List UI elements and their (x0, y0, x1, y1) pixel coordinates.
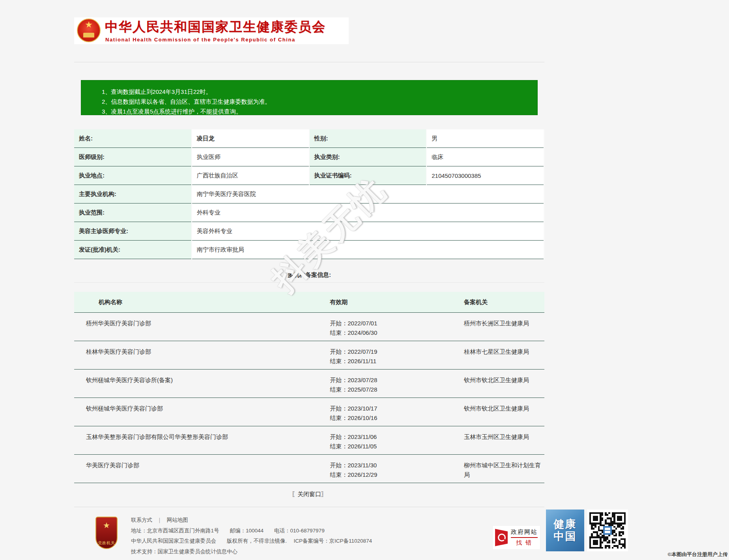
qr-code-image (589, 512, 626, 549)
record-authority: 梧州市长洲区卫生健康局 (454, 313, 544, 341)
site-header-banner: ★ 中华人民共和国国家卫生健康委员会 National Health Commi… (74, 17, 349, 44)
healthy-china-label: 健康 中国 (554, 518, 577, 543)
qr-code (587, 510, 628, 551)
badge-star-icon: ★ (96, 521, 117, 530)
validity-period: 开始：2023/11/30结束：2026/12/29 (320, 455, 454, 483)
error-report-line2: 找错 (511, 539, 538, 547)
footer-links-row: 联系方式 ｜ 网站地图 (131, 515, 372, 526)
column-header-authority: 备案机关 (454, 292, 544, 313)
doctor-info-row: 执业范围:外科专业 (74, 203, 544, 222)
footer-address-line: 地址：北京市西城区西直门外南路1号 邮编：100044 电话：010-68797… (131, 526, 372, 536)
institution-row: 玉林华美整形美容门诊部有限公司华美整形美容门诊部开始：2023/11/06结束：… (74, 426, 544, 455)
footer-divider (74, 507, 544, 507)
field-value: 美容外科专业 (192, 222, 544, 241)
field-label: 发证(批准)机关: (74, 241, 192, 259)
institution-name: 桂林华美医疗美容门诊部 (74, 341, 320, 370)
error-report-flag-icon (495, 529, 508, 546)
sitemap-link[interactable]: 网站地图 (167, 517, 188, 523)
field-label: 性别: (309, 129, 427, 148)
validity-period: 开始：2022/07/01结束：2024/06/30 (320, 313, 454, 341)
validity-start: 开始：2022/07/19 (330, 347, 453, 357)
validity-period: 开始：2023/11/06结束：2026/11/05 (320, 426, 454, 455)
query-notice-box: 1、查询数据截止到2024年3月31日22时。 2、信息数据结果以各省、自治区、… (81, 80, 538, 115)
column-header-institution-name: 机构名称 (74, 292, 320, 313)
footer-text-block: 联系方式 ｜ 网站地图 地址：北京市西城区西直门外南路1号 邮编：100044 … (131, 515, 372, 557)
institution-row: 钦州槎城华美医疗美容门诊部开始：2023/10/17结束：2026/10/16钦… (74, 398, 544, 426)
doctor-info-row: 医师级别:执业医师执业类别:临床 (74, 148, 544, 166)
column-header-validity: 有效期 (320, 292, 454, 313)
field-value: 外科专业 (192, 203, 544, 222)
doctor-info-row: 美容主诊医师专业:美容外科专业 (74, 222, 544, 241)
site-title-chinese: 中华人民共和国国家卫生健康委员会 (105, 18, 326, 36)
institution-name: 华美医疗美容门诊部 (74, 455, 320, 483)
emblem-star: ★ (78, 20, 100, 30)
field-value: 执业医师 (192, 148, 309, 166)
doctor-info-row: 执业地点:广西壮族自治区执业证书编码:210450703000385 (74, 166, 544, 185)
record-authority: 钦州市钦北区卫生健康局 (454, 398, 544, 426)
doctor-info-row: 姓名:凌日龙性别:男 (74, 129, 544, 148)
field-label: 美容主诊医师专业: (74, 222, 192, 241)
close-window-link[interactable]: 〖关闭窗口〗 (74, 491, 544, 498)
validity-start: 开始：2023/11/30 (330, 461, 453, 470)
field-label: 医师级别: (74, 148, 192, 166)
field-value: 广西壮族自治区 (192, 166, 309, 185)
field-value: 南宁华美医疗美容医院 (192, 185, 544, 203)
emblem-gate (83, 33, 94, 37)
record-authority: 钦州市钦北区卫生健康局 (454, 370, 544, 398)
error-report-text: 政府网站 找错 (511, 528, 538, 547)
field-label: 姓名: (74, 129, 192, 148)
footer-support-line: 技术支持：国家卫生健康委员会统计信息中心 (131, 547, 372, 557)
institution-row: 梧州华美医疗美容门诊部开始：2022/07/01结束：2024/06/30梧州市… (74, 313, 544, 341)
doctor-info-row: 发证(批准)机关:南宁市行政审批局 (74, 241, 544, 259)
validity-start: 开始：2023/11/06 (330, 432, 453, 442)
record-authority: 柳州市城中区卫生和计划生育局 (454, 455, 544, 483)
field-value: 男 (426, 129, 544, 148)
validity-end: 结束：2026/10/16 (330, 413, 453, 423)
validity-end: 结束：2026/11/05 (330, 442, 453, 451)
national-emblem-icon: ★ (77, 19, 101, 42)
party-government-badge[interactable]: ★ 党政机关 (95, 517, 118, 549)
site-title-english: National Health Commission of the People… (105, 37, 295, 43)
institution-name: 玉林华美整形美容门诊部有限公司华美整形美容门诊部 (74, 426, 320, 455)
healthy-china-line2: 中国 (554, 530, 577, 543)
notice-line-1: 1、查询数据截止到2024年3月31日22时。 (102, 87, 533, 97)
institution-name: 梧州华美医疗美容门诊部 (74, 313, 320, 341)
error-report-line1: 政府网站 (511, 528, 538, 538)
healthy-china-badge[interactable]: 健康 中国 (546, 510, 584, 551)
notice-line-2: 2、信息数据结果以各省、自治区、直辖市卫生健康委数据为准。 (102, 97, 533, 106)
field-label: 主要执业机构: (74, 185, 192, 203)
record-authority: 玉林市玉州区卫生健康局 (454, 426, 544, 455)
contact-link[interactable]: 联系方式 (131, 517, 152, 523)
validity-end: 结束：2025/07/28 (330, 385, 453, 394)
validity-period: 开始：2023/07/28结束：2025/07/28 (320, 370, 454, 398)
healthy-china-line1: 健康 (554, 518, 577, 530)
validity-period: 开始：2022/07/19结束：2026/11/11 (320, 341, 454, 370)
validity-start: 开始：2022/07/01 (330, 319, 453, 328)
institution-row: 华美医疗美容门诊部开始：2023/11/30结束：2026/12/29柳州市城中… (74, 455, 544, 483)
link-separator: ｜ (157, 517, 162, 523)
header-divider (74, 62, 544, 62)
footer-copyright-line: 中华人民共和国国家卫生健康委员会 版权所有，不得非法镜像. ICP备案编号：京I… (131, 536, 372, 547)
doctor-info-table: 姓名:凌日龙性别:男医师级别:执业医师执业类别:临床执业地点:广西壮族自治区执业… (74, 129, 544, 259)
badge-label: 党政机关 (96, 540, 117, 546)
upload-watermark-note: ©本图由平台注册用户上传 (667, 551, 728, 558)
notice-line-3: 3、凌晨1点至凌晨5点系统进行维护，不能提供查询。 (102, 106, 533, 116)
record-authority: 桂林市七星区卫生健康局 (454, 341, 544, 370)
field-label: 执业地点: (74, 166, 192, 185)
field-value: 210450703000385 (426, 166, 544, 185)
field-value: 临床 (426, 148, 544, 166)
institution-table-header-row: 机构名称 有效期 备案机关 (74, 292, 544, 313)
validity-start: 开始：2023/10/17 (330, 404, 453, 413)
doctor-info-row: 主要执业机构:南宁华美医疗美容医院 (74, 185, 544, 203)
gov-website-error-report-badge[interactable]: 政府网站 找错 (492, 525, 540, 550)
institution-name: 钦州槎城华美医疗美容诊所(备案) (74, 370, 320, 398)
validity-end: 结束：2026/11/11 (330, 357, 453, 366)
validity-end: 结束：2024/06/30 (330, 328, 453, 338)
validity-end: 结束：2026/12/29 (330, 470, 453, 480)
field-label: 执业范围: (74, 203, 192, 222)
validity-period: 开始：2023/10/17结束：2026/10/16 (320, 398, 454, 426)
institution-name: 钦州槎城华美医疗美容门诊部 (74, 398, 320, 426)
field-label: 执业证书编码: (309, 166, 427, 185)
institution-row: 钦州槎城华美医疗美容诊所(备案)开始：2023/07/28结束：2025/07/… (74, 370, 544, 398)
field-value: 南宁市行政审批局 (192, 241, 544, 259)
